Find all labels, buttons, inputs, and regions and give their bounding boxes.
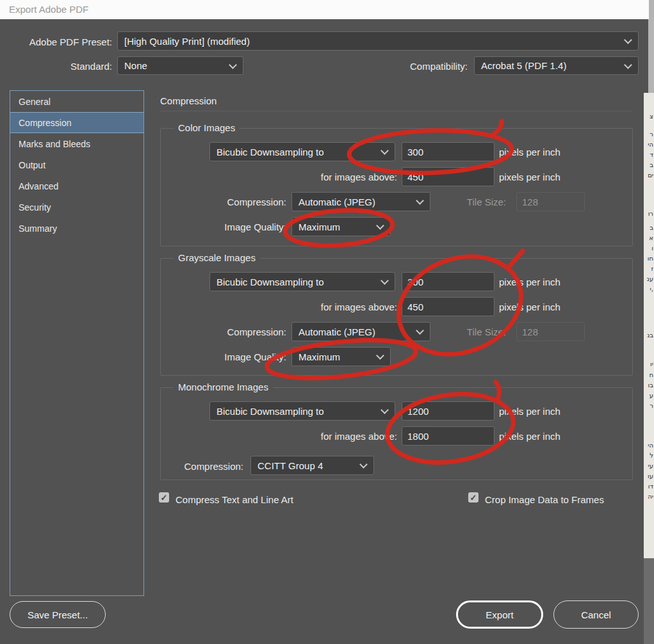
dialog-edge	[644, 19, 648, 93]
grayscale-images-legend: Grayscale Images	[174, 252, 260, 263]
gray-above-label: for images above:	[269, 302, 397, 312]
sidebar-item-marks-and-bleeds[interactable]: Marks and Bleeds	[10, 133, 143, 154]
panel-edge-strip	[648, 0, 654, 93]
gray-above-unit: pixels per inch	[499, 302, 560, 312]
hebrew-fragment: ל	[644, 452, 653, 459]
hebrew-fragment: ענ	[644, 275, 653, 282]
hebrew-fragment: ע	[644, 392, 653, 399]
gray-compression-value: Automatic (JPEG)	[298, 326, 375, 337]
pasteboard-strip	[644, 558, 654, 644]
standard-dropdown[interactable]: None	[117, 56, 243, 75]
gray-ppi-unit: pixels per inch	[499, 277, 560, 287]
export-adobe-pdf-dialog: צרהידביםרובאוחוזעני,בניוחבוערהילעיעודויה…	[0, 0, 654, 644]
mono-ppi-input[interactable]	[402, 401, 495, 421]
chevron-down-icon	[380, 147, 389, 155]
color-compression-dropdown[interactable]: Automatic (JPEG)	[291, 192, 430, 211]
page-title: Compression	[160, 95, 217, 106]
gray-compression-label: Compression:	[189, 326, 286, 337]
chevron-down-icon	[376, 221, 384, 230]
hebrew-fragment: דו	[644, 483, 653, 490]
hebrew-fragment: ד	[644, 151, 653, 158]
gray-above-input[interactable]	[402, 297, 495, 316]
heading-divider	[160, 111, 633, 111]
mono-downsample-value: Bicubic Downsampling to	[217, 406, 324, 417]
compatibility-value: Acrobat 5 (PDF 1.4)	[481, 60, 566, 71]
mono-above-unit: pixels per inch	[499, 431, 560, 442]
gray-quality-value: Maximum	[298, 351, 340, 362]
mono-above-input[interactable]	[402, 426, 495, 446]
dialog-titlebar: Export Adobe PDF	[0, 0, 649, 19]
color-downsample-dropdown[interactable]: Bicubic Downsampling to	[209, 142, 395, 161]
gray-downsample-value: Bicubic Downsampling to	[217, 277, 324, 287]
dialog-title: Export Adobe PDF	[9, 4, 88, 15]
hebrew-fragment: יו	[644, 360, 653, 367]
color-above-input[interactable]	[402, 167, 495, 186]
mono-ppi-unit: pixels per inch	[499, 406, 560, 417]
chevron-down-icon	[376, 351, 384, 360]
hebrew-fragment: בנ	[644, 332, 653, 339]
chevron-down-icon	[624, 61, 632, 69]
sidebar-item-output[interactable]: Output	[10, 154, 143, 175]
sidebar-item-compression[interactable]: Compression	[10, 112, 143, 133]
chevron-down-icon	[624, 36, 632, 44]
crop-image-data-checkbox[interactable]: ✓	[468, 492, 478, 503]
preset-value: [High Quality Print] (modified)	[124, 36, 250, 47]
sidebar-item-security[interactable]: Security	[10, 197, 143, 218]
gray-tile-size-input	[516, 322, 585, 341]
color-compression-label: Compression:	[189, 197, 286, 207]
hebrew-fragment: עו	[644, 472, 653, 479]
mono-above-label: for images above:	[269, 431, 397, 442]
color-above-label: for images above:	[269, 172, 397, 182]
gray-downsample-dropdown[interactable]: Bicubic Downsampling to	[209, 272, 395, 291]
sidebar-item-advanced[interactable]: Advanced	[10, 175, 143, 197]
hebrew-fragment: ב	[644, 224, 653, 231]
gray-ppi-input[interactable]	[402, 272, 495, 291]
color-above-unit: pixels per inch	[499, 172, 560, 182]
chevron-down-icon	[359, 460, 368, 469]
chevron-down-icon	[380, 277, 389, 285]
gray-compression-dropdown[interactable]: Automatic (JPEG)	[291, 322, 430, 341]
chevron-down-icon	[380, 406, 389, 414]
hebrew-fragment: חו	[644, 255, 653, 262]
hebrew-fragment: עי	[644, 462, 653, 469]
hebrew-fragment: צ	[644, 113, 653, 120]
hebrew-fragment: ר	[644, 131, 653, 138]
color-compression-value: Automatic (JPEG)	[298, 197, 375, 207]
save-preset-button[interactable]: Save Preset...	[10, 601, 106, 628]
mono-compression-value: CCITT Group 4	[258, 460, 323, 471]
color-ppi-input[interactable]	[402, 142, 495, 161]
monochrome-images-legend: Monochrome Images	[174, 382, 273, 392]
hebrew-fragment: הי	[644, 141, 653, 148]
standard-label: Standard:	[0, 61, 112, 72]
compatibility-dropdown[interactable]: Acrobat 5 (PDF 1.4)	[474, 56, 639, 75]
mono-compression-dropdown[interactable]: CCITT Group 4	[250, 456, 374, 475]
standard-value: None	[124, 60, 147, 71]
hebrew-fragment: ים	[644, 172, 653, 179]
color-quality-dropdown[interactable]: Maximum	[291, 217, 391, 236]
color-quality-label: Image Quality:	[189, 221, 286, 232]
mono-downsample-dropdown[interactable]: Bicubic Downsampling to	[209, 401, 395, 421]
hebrew-fragment: יה	[644, 493, 653, 500]
hebrew-fragment: הי	[644, 442, 653, 449]
gray-quality-dropdown[interactable]: Maximum	[291, 347, 391, 366]
color-quality-value: Maximum	[298, 221, 340, 232]
background-document-strip: צרהידביםרובאוחוזעני,בניוחבוערהילעיעודויה	[644, 0, 654, 644]
compress-text-label: Compress Text and Line Art	[176, 494, 293, 505]
hebrew-fragment: ב	[644, 161, 653, 168]
hebrew-fragment: בו	[644, 382, 653, 389]
compatibility-label: Compatibility:	[384, 61, 468, 72]
color-images-legend: Color Images	[174, 122, 240, 133]
compress-text-checkbox[interactable]: ✓	[159, 492, 169, 503]
hebrew-fragment: ח	[644, 371, 653, 378]
hebrew-fragment: ו	[644, 245, 653, 252]
chevron-down-icon	[229, 61, 237, 69]
cancel-button[interactable]: Cancel	[553, 600, 639, 629]
preset-label: Adobe PDF Preset:	[0, 36, 112, 47]
color-downsample-value: Bicubic Downsampling to	[217, 147, 324, 157]
sidebar-item-general[interactable]: General	[10, 91, 143, 112]
hebrew-fragment: ר	[644, 402, 653, 409]
sidebar-item-summary[interactable]: Summary	[10, 218, 143, 239]
export-button[interactable]: Export	[456, 600, 543, 629]
color-tile-size-input	[516, 192, 585, 211]
preset-dropdown[interactable]: [High Quality Print] (modified)	[117, 31, 639, 51]
